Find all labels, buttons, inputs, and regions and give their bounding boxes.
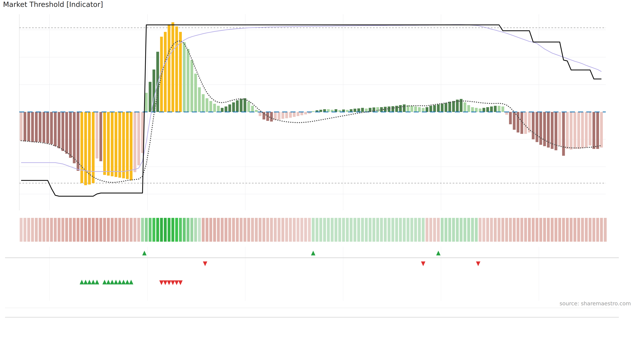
bar	[183, 42, 186, 112]
bar	[149, 82, 152, 112]
ribbon-cell	[24, 218, 26, 242]
bar	[365, 109, 368, 112]
bar	[433, 105, 436, 112]
ribbon-cell	[84, 218, 87, 242]
ribbon-cell	[376, 218, 379, 242]
bar	[134, 112, 136, 172]
bar	[399, 105, 402, 112]
bar	[300, 112, 303, 115]
bar	[247, 102, 250, 112]
bar	[27, 112, 30, 141]
ribbon-cell	[502, 218, 504, 242]
ribbon-cell	[392, 218, 394, 242]
bar	[422, 108, 425, 112]
ribbon-cell	[183, 218, 186, 242]
ribbon-cell	[365, 218, 368, 242]
bar	[494, 106, 497, 112]
buy-signal-marker	[125, 280, 130, 284]
ribbon-cell	[156, 218, 159, 242]
ribbon-cell	[92, 218, 94, 242]
ribbon-cell	[134, 218, 136, 242]
ribbon-cell	[179, 218, 182, 242]
bar	[285, 112, 288, 118]
ribbon-cell	[224, 218, 228, 242]
bar	[262, 112, 265, 119]
bar	[54, 112, 57, 146]
bar	[111, 112, 114, 176]
bar	[168, 24, 170, 112]
bar	[452, 101, 455, 112]
ribbon-cell	[494, 218, 497, 242]
ribbon-cell	[327, 218, 330, 242]
ribbon-cell	[285, 218, 288, 242]
sell-signal-marker	[167, 280, 171, 285]
bar	[103, 112, 106, 175]
ribbon-cell	[50, 218, 53, 242]
ribbon-cell	[536, 218, 538, 242]
bar	[198, 87, 201, 112]
ribbon-flip-up-marker	[311, 251, 315, 255]
ribbon-cell	[551, 218, 554, 242]
ribbon-cell	[513, 218, 516, 242]
ribbon-cell	[558, 218, 561, 242]
bar	[509, 112, 512, 124]
ribbon-cell	[452, 218, 455, 242]
bar	[210, 101, 212, 112]
bar	[479, 109, 482, 112]
bar	[289, 112, 292, 118]
ribbon-cell	[368, 218, 372, 242]
bar	[516, 112, 520, 133]
bar	[24, 112, 26, 141]
ribbon-cell	[570, 218, 572, 242]
ribbon-cell	[300, 218, 303, 242]
bar	[164, 32, 167, 112]
ribbon-cell	[62, 218, 64, 242]
ribbon-cell	[20, 218, 23, 242]
bar	[221, 108, 224, 112]
ribbon-cell	[77, 218, 80, 242]
ribbon-cell	[479, 218, 482, 242]
buy-signal-marker	[110, 280, 114, 284]
ribbon-cell	[221, 218, 224, 242]
bar	[539, 112, 542, 145]
ribbon-cell	[160, 218, 163, 242]
bar	[224, 106, 228, 112]
ribbon-cell	[258, 218, 262, 242]
ribbon-cell	[498, 218, 500, 242]
bar	[543, 112, 546, 146]
bar	[358, 108, 360, 112]
bar	[228, 104, 231, 112]
bar	[574, 112, 576, 149]
bar	[137, 112, 140, 165]
bar	[566, 112, 569, 149]
ribbon-cell	[190, 218, 193, 242]
ribbon-cell	[384, 218, 387, 242]
bar	[426, 107, 428, 112]
bar	[592, 112, 595, 149]
ribbon-cell	[122, 218, 125, 242]
bar	[437, 104, 440, 112]
ribbon-cell	[251, 218, 254, 242]
ribbon-cell	[574, 218, 576, 242]
ribbon-cell	[244, 218, 246, 242]
ribbon-cell	[111, 218, 114, 242]
bar	[172, 22, 174, 112]
ribbon-cell	[293, 218, 296, 242]
bar	[152, 69, 155, 112]
ribbon-cell	[148, 218, 152, 242]
bar	[80, 112, 83, 183]
bar	[490, 106, 493, 112]
ribbon-cell	[410, 218, 413, 242]
ribbon-cell	[509, 218, 512, 242]
ribbon-cell	[118, 218, 121, 242]
ribbon-flip-down-marker	[203, 261, 207, 266]
ribbon-cell	[342, 218, 345, 242]
bar	[187, 49, 190, 112]
ribbon-flip-down-marker	[476, 261, 480, 266]
ribbon-cell	[73, 218, 76, 242]
ribbon-cell	[316, 218, 318, 242]
ribbon-cell	[228, 218, 231, 242]
buy-signal-marker	[129, 280, 133, 284]
ribbon-cell	[319, 218, 322, 242]
ribbon-cell	[437, 218, 440, 242]
